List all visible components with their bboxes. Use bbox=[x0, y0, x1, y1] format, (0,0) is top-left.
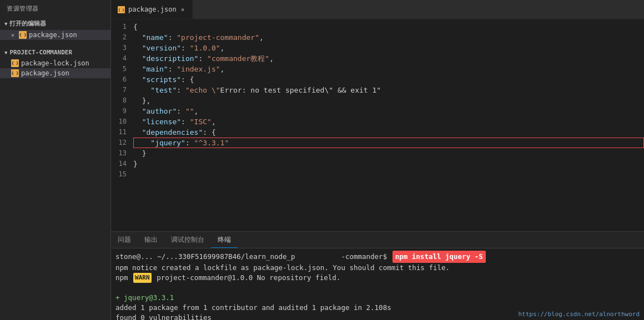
code-line-9: 9 "author": "", bbox=[111, 106, 644, 116]
terminal-line-3: npm WARN project-commander@1.0.0 No repo… bbox=[115, 273, 640, 283]
open-editors-arrow: ▼ bbox=[4, 21, 7, 27]
code-line-3: 3 "version": "1.0.0", bbox=[111, 43, 644, 53]
line-content-15 bbox=[133, 169, 644, 180]
panel-tab-debug[interactable]: 调试控制台 bbox=[164, 232, 211, 248]
terminal-warn-badge: WARN bbox=[133, 273, 152, 283]
line-content-9: "author": "", bbox=[133, 106, 644, 116]
line-number-4: 4 bbox=[111, 53, 133, 64]
line-content-11: "dependencies": { bbox=[133, 127, 644, 138]
line-number-7: 7 bbox=[111, 85, 133, 95]
project-label[interactable]: ▼ PROJECT-COMMANDER bbox=[0, 47, 110, 58]
bottom-panel: 问题 输出 调试控制台 终端 stone@... ~/...330F516999… bbox=[111, 231, 644, 320]
line-content-1: { bbox=[133, 22, 644, 32]
line-content-13: } bbox=[133, 148, 644, 159]
credit-link: https://blog.csdn.net/alnorthword bbox=[518, 311, 640, 318]
tab-package-json[interactable]: { } package.json × bbox=[111, 0, 193, 19]
terminal-prompt: stone@... ~/...330F51699987B46/learn_nod… bbox=[115, 252, 391, 262]
line-number-1: 1 bbox=[111, 22, 133, 32]
terminal-npm-prefix: npm bbox=[115, 273, 132, 283]
line-number-6: 6 bbox=[111, 74, 133, 85]
panel-tab-terminal[interactable]: 终端 bbox=[211, 232, 238, 248]
code-line-7: 7 "test": "echo \"Error: no test specifi… bbox=[111, 85, 644, 95]
terminal-line-2: npm notice created a lockfile as package… bbox=[115, 263, 640, 273]
tab-close-button[interactable]: × bbox=[180, 6, 186, 14]
sidebar-file-package-lock[interactable]: { } package-lock.json bbox=[0, 58, 110, 68]
line-number-2: 2 bbox=[111, 32, 133, 43]
terminal-line-1: stone@... ~/...330F51699987B46/learn_nod… bbox=[115, 251, 640, 263]
code-line-6: 6 "scripts": { bbox=[111, 74, 644, 85]
sidebar-open-file-package-json[interactable]: × { } package.json bbox=[0, 30, 110, 40]
line-number-15: 15 bbox=[111, 169, 133, 180]
line-number-8: 8 bbox=[111, 95, 133, 106]
line-number-14: 14 bbox=[111, 159, 133, 169]
code-line-12: 12 "jquery": "^3.3.1" bbox=[111, 138, 644, 148]
sidebar: 资源管理器 ▼ 打开的编辑器 × { } package.json ▼ PROJ… bbox=[0, 0, 111, 320]
main-area: { } package.json × 1{2 "name": "project-… bbox=[111, 0, 644, 320]
line-number-3: 3 bbox=[111, 43, 133, 53]
line-content-8: }, bbox=[133, 95, 644, 106]
line-number-5: 5 bbox=[111, 64, 133, 74]
code-line-10: 10 "license": "ISC", bbox=[111, 116, 644, 127]
json-file-icon: { } bbox=[19, 31, 27, 39]
line-content-10: "license": "ISC", bbox=[133, 116, 644, 127]
line-number-10: 10 bbox=[111, 116, 133, 127]
line-content-4: "description": "commander教程", bbox=[133, 53, 644, 64]
open-editors-section: ▼ 打开的编辑器 × { } package.json bbox=[0, 17, 110, 40]
line-number-12: 12 bbox=[111, 138, 133, 148]
code-line-1: 1{ bbox=[111, 22, 644, 32]
code-line-2: 2 "name": "project-commander", bbox=[111, 32, 644, 43]
line-content-5: "main": "index.js", bbox=[133, 64, 644, 74]
code-line-15: 15 bbox=[111, 169, 644, 180]
line-content-6: "scripts": { bbox=[133, 74, 644, 85]
close-icon[interactable]: × bbox=[11, 32, 14, 38]
terminal-command-highlight: npm install jquery -S bbox=[393, 251, 486, 263]
terminal-added-text: added 1 package from 1 contributor and a… bbox=[115, 303, 391, 313]
open-editors-label[interactable]: ▼ 打开的编辑器 bbox=[0, 17, 110, 30]
panel-tabs: 问题 输出 调试控制台 终端 bbox=[111, 232, 644, 248]
code-line-11: 11 "dependencies": { bbox=[111, 127, 644, 138]
line-content-7: "test": "echo \"Error: no test specified… bbox=[133, 85, 644, 95]
line-number-13: 13 bbox=[111, 148, 133, 159]
panel-tab-problems[interactable]: 问题 bbox=[111, 232, 138, 248]
line-content-3: "version": "1.0.0", bbox=[133, 43, 644, 53]
file-name-pkg: package.json bbox=[21, 69, 69, 77]
terminal-jquery-added: + jquery@3.3.1 bbox=[115, 293, 174, 303]
json-icon-pkg: { } bbox=[11, 69, 19, 77]
line-content-14: } bbox=[133, 159, 644, 169]
code-line-13: 13 } bbox=[111, 148, 644, 159]
file-name-lock: package-lock.json bbox=[21, 59, 89, 67]
line-number-11: 11 bbox=[111, 127, 133, 138]
terminal-notice-text: npm notice created a lockfile as package… bbox=[115, 263, 450, 273]
editor-area: 1{2 "name": "project-commander",3 "versi… bbox=[111, 19, 644, 320]
sidebar-title: 资源管理器 bbox=[0, 0, 110, 17]
tab-bar: { } package.json × bbox=[111, 0, 644, 19]
line-content-2: "name": "project-commander", bbox=[133, 32, 644, 43]
sidebar-file-package-json[interactable]: { } package.json bbox=[0, 68, 110, 78]
open-file-name: package.json bbox=[29, 31, 77, 39]
code-line-5: 5 "main": "index.js", bbox=[111, 64, 644, 74]
code-line-14: 14} bbox=[111, 159, 644, 169]
line-content-12: "jquery": "^3.3.1" bbox=[133, 138, 644, 148]
code-editor[interactable]: 1{2 "name": "project-commander",3 "versi… bbox=[111, 19, 644, 231]
terminal-warn-text: project-commander@1.0.0 No repository fi… bbox=[153, 273, 341, 283]
project-section: ▼ PROJECT-COMMANDER { } package-lock.jso… bbox=[0, 47, 110, 78]
terminal-content[interactable]: stone@... ~/...330F51699987B46/learn_nod… bbox=[111, 248, 644, 320]
code-line-8: 8 }, bbox=[111, 95, 644, 106]
project-arrow: ▼ bbox=[4, 50, 7, 55]
terminal-vuln-text: found 0 vulnerabilities bbox=[115, 313, 212, 320]
terminal-line-4 bbox=[115, 283, 640, 293]
terminal-line-5: + jquery@3.3.1 bbox=[115, 293, 640, 303]
tab-filename: package.json bbox=[128, 6, 177, 13]
code-line-4: 4 "description": "commander教程", bbox=[111, 53, 644, 64]
tab-file-icon: { } bbox=[118, 6, 125, 13]
panel-tab-output[interactable]: 输出 bbox=[138, 232, 164, 248]
line-number-9: 9 bbox=[111, 106, 133, 116]
json-icon-lock: { } bbox=[11, 59, 19, 67]
